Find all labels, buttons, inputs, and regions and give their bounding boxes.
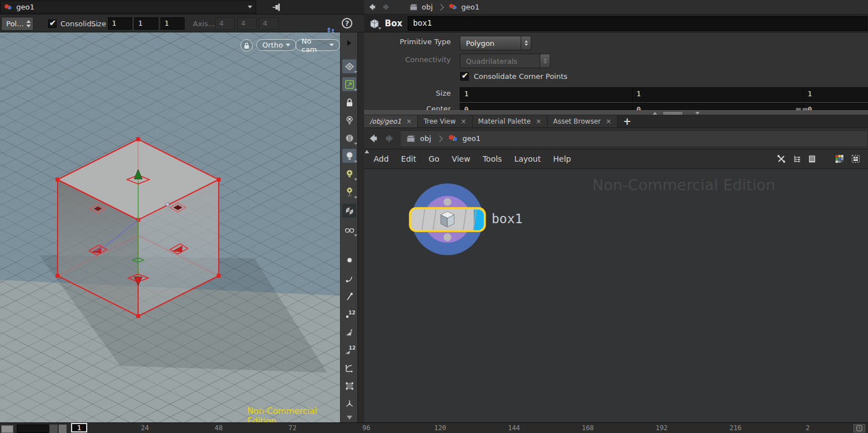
close-icon[interactable]: × (406, 118, 412, 125)
param-row-size: Size 1 1 1 (364, 87, 868, 101)
help-button[interactable]: ? (342, 18, 352, 29)
lock-handles-button[interactable] (342, 95, 356, 109)
menu-add[interactable]: Add (367, 154, 395, 163)
size-x-field[interactable]: 1 (108, 17, 132, 30)
prim-markers-button[interactable] (342, 325, 356, 339)
close-icon[interactable]: × (536, 118, 541, 125)
list-view-icon[interactable] (807, 153, 817, 164)
forward-arrow-icon[interactable] (384, 133, 395, 144)
color-palette-icon[interactable] (834, 153, 845, 164)
tab-asset-browser[interactable]: Asset Browser × (548, 115, 617, 128)
show-normals-button[interactable] (342, 397, 356, 411)
node-name-label[interactable]: box1 (492, 211, 522, 226)
consolidate-corner-points-checkbox[interactable] (460, 72, 469, 81)
scene-viewport[interactable]: Ortho No cam Non-Commercial Edition (0, 32, 340, 422)
playbar-control[interactable] (1, 425, 13, 433)
node-input-connector[interactable] (444, 198, 451, 206)
add-tab-button[interactable]: + (617, 115, 636, 128)
param-row-center: Center 0 0 0 (364, 102, 868, 110)
playbar-control[interactable] (59, 425, 67, 433)
param-label: Center (364, 105, 451, 110)
viewport-lock-button[interactable] (240, 39, 253, 51)
spinner-icon[interactable] (521, 36, 531, 50)
breadcrumb-node[interactable]: geo1 (461, 3, 479, 11)
pin-viewport-button[interactable] (270, 1, 283, 14)
menu-tools[interactable]: Tools (477, 154, 508, 163)
size-y-field[interactable]: 1 (632, 87, 806, 102)
ortho-view-button[interactable]: Ortho (256, 39, 296, 51)
param-hscrollbar-thumb[interactable] (803, 108, 808, 110)
node-display-flag[interactable] (474, 210, 484, 230)
menu-help[interactable]: Help (547, 154, 577, 163)
add-light-button[interactable] (342, 167, 356, 181)
menu-view[interactable]: View (446, 154, 477, 163)
breadcrumb-context[interactable]: obj (422, 3, 433, 11)
size-z-field[interactable]: 1 (161, 17, 185, 30)
menu-go[interactable]: Go (422, 154, 445, 163)
breadcrumb-node[interactable]: geo1 (463, 134, 480, 143)
vertical-pane-splitter[interactable] (357, 32, 364, 422)
toolbar-scroll-right-button[interactable] (342, 36, 356, 50)
primitive-mode-select[interactable]: Pol... (1, 17, 34, 31)
point-numbers-button[interactable]: 12 (342, 307, 356, 321)
param-hscrollbar[interactable] (796, 108, 801, 110)
tab-material-palette[interactable]: Material Palette × (473, 115, 548, 128)
normal-lighting-button[interactable] (342, 149, 356, 163)
horizontal-pane-splitter[interactable] (364, 110, 868, 115)
headlight-button[interactable] (342, 131, 356, 145)
show-selection-button[interactable] (342, 271, 356, 285)
show-hulls-button[interactable] (342, 361, 356, 375)
point-numbers-icon: 12 (344, 309, 355, 320)
splitter-collapse-up-icon[interactable] (653, 112, 657, 115)
disable-lighting-button[interactable] (342, 113, 356, 127)
playbar-field[interactable] (17, 425, 49, 433)
spinner-icon[interactable] (26, 20, 31, 27)
pick-points-button[interactable] (342, 289, 356, 303)
playbar-control[interactable] (50, 425, 58, 433)
node-output-connector[interactable] (444, 233, 451, 241)
node-cube-icon (441, 211, 454, 227)
center-z-field[interactable]: 0 (803, 103, 868, 110)
back-arrow-icon[interactable] (367, 133, 379, 144)
network-editor[interactable]: Non-Commercial Edition box1 (364, 169, 868, 422)
marquee-zoom-button[interactable] (342, 379, 356, 393)
node-name-field[interactable]: box1 (408, 16, 867, 31)
stereo-view-button[interactable] (342, 223, 356, 237)
shading-mode-button[interactable] (342, 204, 356, 218)
reference-plane-button[interactable] (342, 59, 356, 73)
node-body[interactable] (410, 208, 485, 231)
splitter-collapse-down-icon[interactable] (695, 112, 700, 115)
network-path-field[interactable]: obj geo1 (400, 130, 868, 147)
layout-grid-icon[interactable] (850, 153, 861, 164)
arrow-down-icon (347, 416, 352, 420)
center-x-field[interactable]: 0 (460, 103, 635, 110)
current-frame-indicator[interactable]: 1 (71, 423, 87, 432)
center-y-field[interactable]: 0 (632, 103, 806, 110)
consolidate-checkbox[interactable] (48, 20, 56, 28)
close-icon[interactable]: × (461, 118, 466, 125)
viewport-camera-selector[interactable]: geo1 (0, 1, 256, 13)
playbar-options-button[interactable] (853, 424, 865, 432)
camera-button[interactable]: No cam (295, 39, 340, 51)
menu-edit[interactable]: Edit (395, 154, 422, 163)
add-spotlight-button[interactable] (342, 185, 356, 199)
size-x-field[interactable]: 1 (460, 87, 635, 102)
prim-numbers-button[interactable]: 12 (342, 343, 356, 357)
tab-tree-view[interactable]: Tree View × (418, 115, 472, 128)
secure-selection-button[interactable] (342, 77, 356, 91)
menu-layout[interactable]: Layout (508, 154, 547, 163)
breadcrumb-context[interactable]: obj (420, 134, 431, 143)
close-icon[interactable]: × (606, 118, 611, 125)
show-points-button[interactable] (342, 253, 356, 267)
forward-arrow-icon[interactable] (381, 2, 391, 12)
playbar-timeline[interactable]: 1 24 48 72 96 120 144 168 192 216 2 (0, 422, 868, 433)
size-y-field[interactable]: 1 (134, 17, 158, 30)
back-arrow-icon[interactable] (367, 2, 377, 12)
tab-obj-geo1[interactable]: /obj/geo1 × (364, 115, 418, 128)
size-z-field[interactable]: 1 (803, 87, 868, 102)
box-geometry[interactable] (0, 32, 340, 422)
tree-view-icon[interactable] (792, 153, 802, 164)
tools-wrench-icon[interactable] (776, 153, 787, 164)
splitter-grip[interactable] (663, 112, 682, 115)
node-type-icon-wrap[interactable] (369, 18, 380, 30)
